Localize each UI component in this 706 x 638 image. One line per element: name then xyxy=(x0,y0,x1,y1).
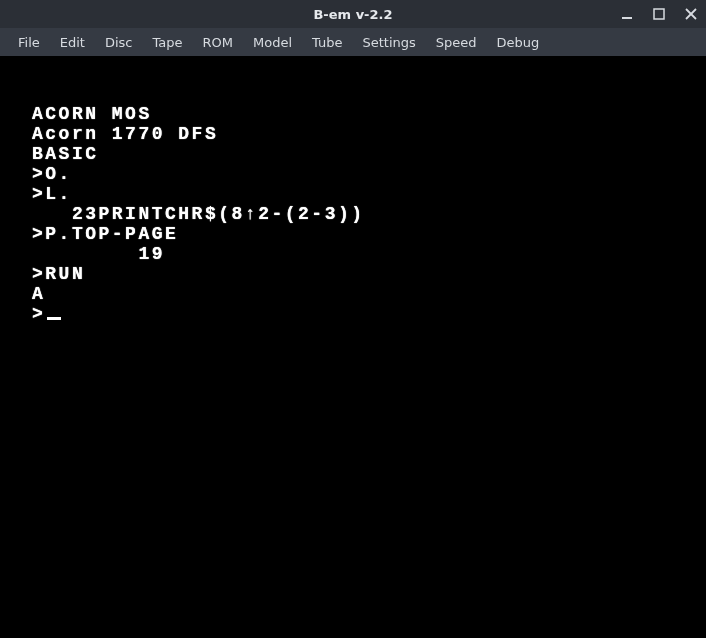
terminal-line: BASIC xyxy=(32,144,674,164)
menu-disc[interactable]: Disc xyxy=(95,31,143,54)
menu-settings[interactable]: Settings xyxy=(353,31,426,54)
menu-tape[interactable]: Tape xyxy=(143,31,193,54)
terminal-line: A xyxy=(32,284,674,304)
menu-debug[interactable]: Debug xyxy=(487,31,550,54)
menu-rom[interactable]: ROM xyxy=(193,31,243,54)
cursor-icon xyxy=(47,317,61,320)
terminal-line: >RUN xyxy=(32,264,674,284)
terminal-line: Acorn 1770 DFS xyxy=(32,124,674,144)
menubar: File Edit Disc Tape ROM Model Tube Setti… xyxy=(0,28,706,56)
terminal-line: > xyxy=(32,304,674,324)
window-title: B-em v-2.2 xyxy=(313,7,392,22)
terminal-line: 23PRINTCHR$(8↑2-(2-3)) xyxy=(32,204,674,224)
menu-edit[interactable]: Edit xyxy=(50,31,95,54)
menu-speed[interactable]: Speed xyxy=(426,31,487,54)
menu-file[interactable]: File xyxy=(8,31,50,54)
close-icon xyxy=(685,8,697,20)
terminal-line: ACORN MOS xyxy=(32,104,674,124)
terminal-line: >P.TOP-PAGE xyxy=(32,224,674,244)
titlebar: B-em v-2.2 xyxy=(0,0,706,28)
maximize-icon xyxy=(653,8,665,20)
terminal-output: ACORN MOSAcorn 1770 DFSBASIC>O.>L. 23PRI… xyxy=(32,104,674,324)
window-controls xyxy=(618,5,700,23)
menu-tube[interactable]: Tube xyxy=(302,31,352,54)
terminal-line: 19 xyxy=(32,244,674,264)
svg-rect-0 xyxy=(622,17,632,19)
close-button[interactable] xyxy=(682,5,700,23)
terminal-line: >O. xyxy=(32,164,674,184)
minimize-button[interactable] xyxy=(618,5,636,23)
terminal-line: >L. xyxy=(32,184,674,204)
minimize-icon xyxy=(621,8,633,20)
svg-rect-1 xyxy=(654,9,664,19)
menu-model[interactable]: Model xyxy=(243,31,302,54)
emulator-screen[interactable]: ACORN MOSAcorn 1770 DFSBASIC>O.>L. 23PRI… xyxy=(0,56,706,638)
maximize-button[interactable] xyxy=(650,5,668,23)
